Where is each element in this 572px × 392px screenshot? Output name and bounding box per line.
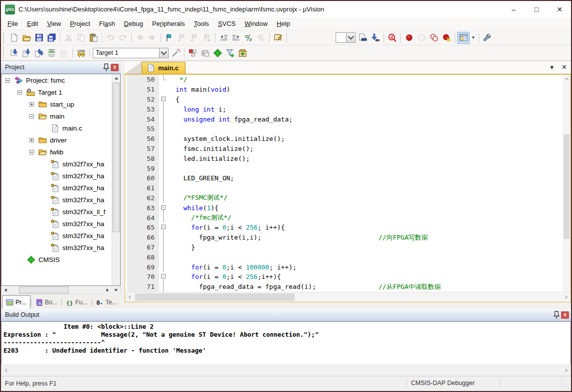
editor-vertical-scrollbar[interactable]: [563, 75, 571, 292]
find-combo[interactable]: [336, 32, 356, 43]
manage-books-icon[interactable]: [199, 47, 211, 59]
batch-build-icon[interactable]: [45, 47, 58, 59]
indent-left-icon[interactable]: [217, 32, 230, 44]
tree-item-target-1[interactable]: Target 1: [1, 86, 120, 98]
menu-debug[interactable]: Debug: [120, 18, 148, 29]
menu-tools[interactable]: Tools: [190, 18, 213, 29]
window-layout-dropdown-icon[interactable]: ▼: [470, 32, 477, 44]
indent-right-icon[interactable]: [230, 32, 242, 44]
menu-project[interactable]: Project: [65, 18, 94, 29]
breakpoint-enable-all-icon[interactable]: [428, 32, 440, 44]
menu-peripherals[interactable]: Peripherals: [148, 18, 190, 29]
tab-list-dropdown-icon[interactable]: ▼: [549, 64, 555, 71]
menu-file[interactable]: File: [3, 18, 22, 29]
fold-collapse-icon[interactable]: -: [159, 95, 168, 105]
tree-item-stm32f7xx-ha[interactable]: stm32f7xx_ha: [1, 170, 120, 182]
tab-project[interactable]: Pr...: [2, 295, 30, 309]
tree-item-stm32f7xx-ha[interactable]: stm32f7xx_ha: [1, 194, 120, 206]
build-output-close-button[interactable]: x: [561, 311, 569, 319]
tab-functions[interactable]: {}Fu...: [62, 296, 91, 309]
close-document-icon[interactable]: ✕: [562, 64, 567, 71]
target-combo-dropdown-icon[interactable]: [159, 48, 168, 58]
collapse-icon[interactable]: [5, 78, 10, 83]
code-editor[interactable]: 50 */51int main(void)52-{53 long int i;5…: [125, 75, 571, 292]
editor-scroll-up-icon[interactable]: [563, 75, 571, 83]
minimize-button[interactable]: –: [502, 1, 525, 17]
editor-horizontal-scrollbar[interactable]: [125, 292, 571, 302]
save-icon[interactable]: [33, 32, 45, 44]
editor-vscroll-thumb[interactable]: [564, 134, 570, 239]
manage-rte-icon[interactable]: [211, 47, 224, 59]
expand-icon[interactable]: [29, 102, 34, 107]
pin-icon[interactable]: [102, 63, 111, 72]
breakpoint-kill-all-icon[interactable]: [440, 32, 453, 44]
panel-splitter[interactable]: [121, 61, 125, 309]
new-file-icon[interactable]: [8, 32, 20, 44]
editor-tab-mainc[interactable]: main.c: [142, 62, 186, 74]
options-for-target-icon[interactable]: [170, 47, 182, 59]
fold-collapse-icon[interactable]: -: [159, 203, 168, 213]
build-output-scrollbar[interactable]: [1, 365, 571, 376]
menu-help[interactable]: Help: [272, 18, 295, 29]
tree-item-fwlib[interactable]: fwlib: [1, 146, 120, 158]
download-flash-icon[interactable]: LOAD: [75, 47, 87, 59]
configure-tools-icon[interactable]: [481, 32, 494, 44]
lookup-symbol-icon[interactable]: d: [386, 32, 398, 44]
close-button[interactable]: ✕: [548, 1, 571, 17]
resize-grip[interactable]: ⋱: [564, 383, 570, 390]
window-layout-icon[interactable]: [457, 32, 470, 44]
menu-svcs[interactable]: SVCS: [213, 18, 240, 29]
tree-item-stm32f7xx-ha[interactable]: stm32f7xx_ha: [1, 218, 120, 230]
tree-item-main[interactable]: main: [1, 110, 120, 122]
menu-view[interactable]: View: [42, 18, 65, 29]
tab-templates[interactable]: 0Te...: [92, 296, 121, 309]
translate-file-icon[interactable]: [8, 47, 20, 59]
tree-item-stm32f7xx-ll-f[interactable]: stm32f7xx_ll_f: [1, 206, 120, 218]
collapse-icon[interactable]: [29, 150, 34, 154]
build-output-content[interactable]: Item #0: <block>::Line 2Expression : " M…: [1, 321, 571, 365]
tree-vertical-scrollbar[interactable]: [112, 74, 120, 285]
tab-books[interactable]: ?Bo...: [32, 296, 61, 309]
maximize-button[interactable]: □: [525, 1, 548, 17]
annotate-book-icon[interactable]: [272, 32, 284, 44]
toolbar-drag-handle[interactable]: [3, 47, 6, 58]
tree-item-stm32f7xx-ha[interactable]: stm32f7xx_ha: [1, 230, 120, 242]
breakpoint-toggle-icon[interactable]: [403, 32, 415, 44]
tree-item-stm32f7xx-ha[interactable]: stm32f7xx_ha: [1, 158, 120, 170]
tree-horizontal-scrollbar[interactable]: [1, 286, 121, 294]
toolbar-drag-handle[interactable]: [3, 32, 6, 43]
bo-scroll-left-icon[interactable]: [1, 368, 10, 373]
editor-scroll-left-icon[interactable]: [125, 295, 134, 299]
tree-item-stm32f7xx-ha[interactable]: stm32f7xx_ha: [1, 242, 120, 254]
scroll-left-icon[interactable]: [1, 286, 10, 294]
tree-hscroll-thumb[interactable]: [19, 286, 69, 293]
bookmark-toggle-icon[interactable]: [163, 32, 176, 44]
collapse-icon[interactable]: [17, 90, 22, 95]
menu-edit[interactable]: Edit: [22, 18, 42, 29]
tree-item-project-fsmc[interactable]: Project: fsmc: [1, 74, 120, 86]
tree-item-start-up[interactable]: start_up: [1, 98, 120, 110]
tree-vscroll-thumb[interactable]: [113, 83, 120, 232]
menu-flash[interactable]: Flash: [95, 18, 120, 29]
select-software-packs-icon[interactable]: [224, 47, 236, 59]
menu-window[interactable]: Window: [240, 18, 272, 29]
incremental-find-icon[interactable]: [369, 32, 381, 44]
editor-hscroll-thumb[interactable]: [135, 293, 295, 301]
tree-item-cmsis[interactable]: CMSIS: [1, 254, 120, 265]
fold-collapse-icon[interactable]: -: [159, 223, 168, 233]
comment-selection-icon[interactable]: [242, 32, 255, 44]
bo-scroll-right-icon[interactable]: [562, 368, 571, 373]
expand-icon[interactable]: [29, 138, 34, 142]
fold-collapse-icon[interactable]: -: [159, 272, 168, 282]
manage-project-items-icon[interactable]: [187, 47, 199, 59]
scroll-up-icon[interactable]: [112, 74, 121, 83]
find-combo-dropdown-icon[interactable]: [346, 33, 355, 42]
editor-scroll-right-icon[interactable]: [562, 295, 571, 299]
collapse-icon[interactable]: [29, 114, 34, 119]
target-combo[interactable]: Target 1: [93, 48, 169, 58]
paste-icon[interactable]: [87, 32, 100, 44]
scroll-down-icon[interactable]: [112, 286, 120, 294]
open-file-icon[interactable]: [20, 32, 33, 44]
tree-item-main-c[interactable]: main.c: [1, 122, 120, 134]
build-icon[interactable]: [20, 47, 33, 59]
